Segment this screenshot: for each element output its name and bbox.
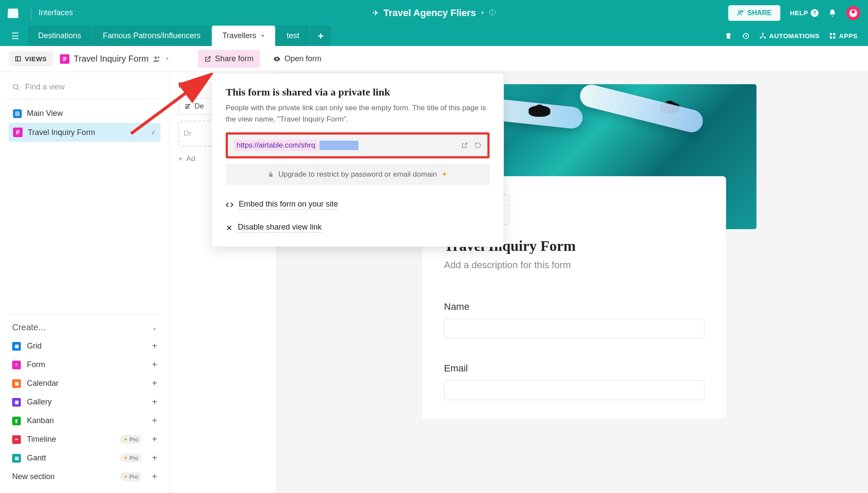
automations-link[interactable]: AUTOMATIONS	[759, 32, 819, 39]
share-base-button[interactable]: SHARE	[728, 5, 780, 21]
plus-icon: +	[152, 397, 157, 407]
help-icon: ?	[811, 9, 819, 17]
svg-rect-21	[16, 131, 20, 131]
pro-badge: ✦Pro	[120, 454, 141, 463]
share-url-text[interactable]: https://airtable.com/shrq	[234, 140, 318, 151]
email-input[interactable]	[444, 380, 704, 400]
svg-point-24	[189, 104, 190, 105]
apps-link[interactable]: APPS	[829, 32, 858, 39]
form-field-name: Name	[444, 301, 704, 339]
form-icon: ≡	[12, 361, 21, 369]
svg-point-5	[762, 33, 764, 34]
svg-rect-11	[833, 36, 835, 39]
view-main-view[interactable]: Main View	[9, 104, 161, 123]
svg-rect-27	[269, 174, 273, 176]
form-icon	[13, 128, 23, 137]
svg-point-17	[155, 56, 157, 59]
create-timeline[interactable]: ━ Timeline ✦Pro +	[9, 430, 161, 449]
interfaces-link[interactable]: Interfaces	[39, 8, 73, 17]
header-right: SHARE HELP ?	[728, 5, 860, 21]
app-header: Interfaces ✈ Travel Agency Fliers ▼ ⓘ SH…	[0, 0, 868, 26]
view-list: Main View Travel Inquiry Form ✓	[9, 99, 161, 147]
form-description[interactable]: Add a description for this form	[444, 260, 704, 271]
info-icon[interactable]: ⓘ	[489, 9, 496, 17]
tab-famous-patrons[interactable]: Famous Patrons/Influencers	[92, 26, 211, 46]
url-selection	[319, 141, 358, 150]
tab-destinations[interactable]: Destinations	[28, 26, 92, 46]
grid-icon	[13, 109, 22, 118]
people-icon	[737, 10, 744, 16]
disable-link-action[interactable]: Disable shared view link	[226, 220, 490, 235]
view-travel-inquiry-form[interactable]: Travel Inquiry Form ✓	[9, 123, 161, 142]
svg-point-1	[741, 10, 743, 12]
airplane-icon: ✈	[372, 8, 379, 18]
open-form-button[interactable]: Open form	[273, 54, 321, 63]
current-view-name[interactable]: Travel Inquiry Form ▼	[60, 54, 170, 64]
svg-point-0	[738, 10, 740, 13]
share-url-box[interactable]: https://airtable.com/shrq	[228, 135, 487, 156]
create-section-header[interactable]: Create... ⌄	[9, 318, 161, 337]
close-icon	[226, 224, 233, 231]
history-icon[interactable]	[742, 32, 750, 40]
svg-rect-23	[16, 134, 18, 135]
plus-icon: +	[152, 416, 157, 426]
base-title-area[interactable]: ✈ Travel Agency Fliers ▼ ⓘ	[372, 7, 495, 19]
search-icon	[12, 83, 20, 91]
view-toolbar: VIEWS Travel Inquiry Form ▼ Share form O…	[0, 46, 868, 72]
svg-rect-13	[17, 57, 20, 61]
trash-icon[interactable]	[725, 32, 732, 39]
check-icon: ✓	[151, 129, 156, 136]
base-title: Travel Agency Fliers	[383, 7, 476, 19]
popover-title: This form is shared via a private link	[226, 86, 490, 98]
svg-rect-22	[16, 132, 20, 133]
hamburger-icon[interactable]: ☰	[8, 26, 28, 46]
tab-test[interactable]: test	[276, 26, 309, 46]
form-field-email: Email	[444, 363, 704, 400]
views-toggle-button[interactable]: VIEWS	[9, 51, 53, 66]
create-new-section[interactable]: New section ✦Pro +	[9, 467, 161, 486]
svg-point-19	[276, 58, 278, 59]
svg-rect-3	[318, 35, 323, 36]
svg-point-26	[186, 108, 187, 109]
svg-rect-15	[63, 59, 66, 59]
views-sidebar: Find a view Main View Travel Inquiry For…	[0, 72, 169, 493]
code-icon	[226, 201, 233, 209]
divider	[31, 7, 32, 19]
tabs-right: AUTOMATIONS APPS	[725, 26, 868, 46]
create-form[interactable]: ≡ Form +	[9, 355, 161, 374]
share-form-button[interactable]: Share form	[198, 50, 260, 68]
embed-form-action[interactable]: Embed this form on your site	[226, 197, 490, 212]
help-link[interactable]: HELP ?	[790, 9, 819, 17]
open-link-icon[interactable]	[461, 142, 468, 149]
upgrade-banner[interactable]: Upgrade to restrict by password or email…	[226, 164, 490, 185]
tab-travellers[interactable]: Travellers ▼	[212, 26, 275, 46]
svg-point-20	[13, 84, 18, 89]
create-grid[interactable]: ▦ Grid +	[9, 337, 161, 355]
name-input[interactable]	[444, 319, 704, 339]
add-table-button[interactable]	[310, 26, 331, 46]
people-icon[interactable]	[153, 55, 161, 63]
user-avatar[interactable]	[846, 6, 860, 20]
create-gantt[interactable]: ▤ Gantt ✦Pro +	[9, 449, 161, 467]
pro-badge: ✦Pro	[120, 435, 141, 444]
sparkle-icon: ✦	[441, 170, 447, 179]
chevron-down-icon: ▼	[480, 10, 485, 15]
lock-icon	[268, 171, 274, 177]
plus-icon: +	[152, 453, 157, 463]
svg-rect-9	[833, 33, 835, 35]
chevron-down-icon: ⌄	[152, 324, 157, 331]
create-kanban[interactable]: ▮ Kanban +	[9, 411, 161, 430]
form-icon	[60, 54, 69, 64]
svg-rect-16	[63, 60, 65, 61]
notifications-icon[interactable]	[828, 9, 837, 17]
tables-tab-bar: ☰ Destinations Famous Patrons/Influencer…	[0, 26, 868, 46]
gantt-icon: ▤	[12, 454, 21, 463]
svg-point-25	[187, 106, 189, 107]
find-view-input[interactable]: Find a view	[9, 79, 161, 99]
airtable-logo-icon[interactable]	[7, 8, 18, 18]
create-gallery[interactable]: ▦ Gallery +	[9, 393, 161, 411]
regenerate-icon[interactable]	[474, 142, 481, 149]
svg-rect-8	[830, 33, 832, 35]
calendar-icon: ▦	[12, 379, 21, 388]
create-calendar[interactable]: ▦ Calendar +	[9, 374, 161, 393]
